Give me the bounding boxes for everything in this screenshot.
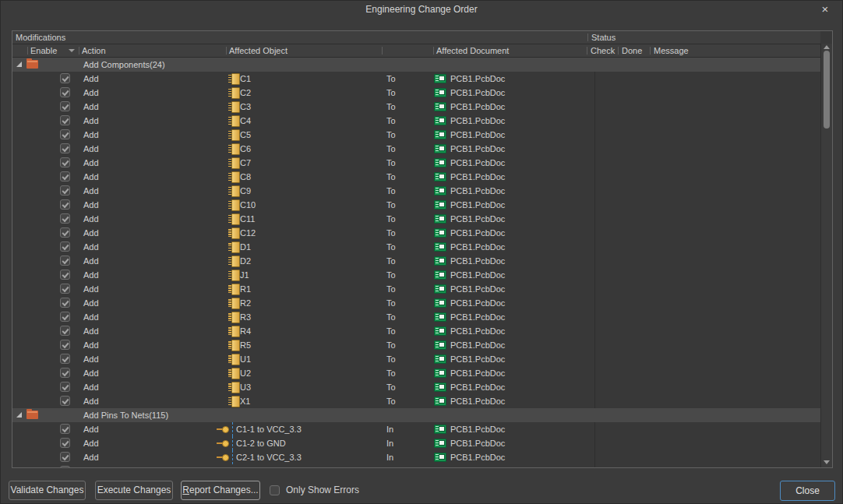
table-row[interactable]: Add C1 To PCB1.PcbDoc (12, 72, 820, 86)
only-show-errors-checkbox[interactable] (270, 485, 280, 495)
table-row[interactable]: Add R5 To PCB1.PcbDoc (12, 338, 820, 352)
table-row[interactable]: Add J1 To PCB1.PcbDoc (12, 268, 820, 282)
direction-cell: To (386, 142, 396, 156)
enable-filter-dropdown-icon[interactable] (69, 49, 75, 52)
column-header-enable[interactable]: Enable (30, 44, 57, 57)
enable-checkbox[interactable] (60, 438, 70, 448)
table-row[interactable]: Add C2-1 to VCC_3.3 In PCB1.PcbDoc (12, 450, 820, 464)
affected-document-cell: PCB1.PcbDoc (450, 450, 505, 464)
table-row[interactable]: Add C8 To PCB1.PcbDoc (12, 170, 820, 184)
enable-checkbox[interactable] (60, 368, 70, 378)
enable-checkbox[interactable] (60, 227, 70, 238)
component-icon (228, 213, 238, 224)
table-row[interactable]: Add D1 To PCB1.PcbDoc (12, 240, 820, 254)
enable-checkbox[interactable] (60, 382, 70, 392)
enable-checkbox[interactable] (60, 396, 70, 406)
expand-collapse-icon[interactable] (16, 62, 22, 67)
table-row[interactable]: Add D2 To PCB1.PcbDoc (12, 254, 820, 268)
table-row[interactable]: Add R2 To PCB1.PcbDoc (12, 296, 820, 310)
scroll-down-icon[interactable] (824, 460, 830, 464)
affected-object-cell: X1 (240, 394, 250, 408)
column-header-done[interactable]: Done (622, 44, 642, 57)
column-header-check[interactable]: Check (591, 44, 615, 57)
affected-document-cell: PCB1.PcbDoc (450, 142, 505, 156)
validate-changes-button[interactable]: Validate Changes (9, 481, 86, 500)
scroll-up-icon[interactable] (824, 45, 830, 49)
table-row[interactable]: Add C2 To PCB1.PcbDoc (12, 86, 820, 100)
table-row[interactable]: Add C3 To PCB1.PcbDoc (12, 100, 820, 114)
enable-checkbox[interactable] (60, 213, 70, 224)
table-row[interactable]: Add U3 To PCB1.PcbDoc (12, 380, 820, 394)
component-icon (228, 143, 238, 153)
table-row[interactable]: Add C6 To PCB1.PcbDoc (12, 142, 820, 156)
column-header-affected-object[interactable]: Affected Object (229, 44, 287, 57)
enable-checkbox[interactable] (60, 241, 70, 252)
table-row[interactable]: Add C7 To PCB1.PcbDoc (12, 156, 820, 170)
group-row[interactable]: Add Components(24) (12, 58, 820, 72)
enable-checkbox[interactable] (60, 284, 70, 294)
action-cell: Add (83, 324, 99, 338)
vertical-scrollbar[interactable] (820, 44, 832, 467)
component-icon (228, 354, 238, 364)
enable-checkbox[interactable] (60, 298, 70, 308)
column-header-message[interactable]: Message (654, 44, 689, 57)
partial-row[interactable] (12, 464, 820, 467)
enable-checkbox[interactable] (60, 101, 70, 111)
table-row[interactable]: Add C1-1 to VCC_3.3 In PCB1.PcbDoc (12, 422, 820, 436)
affected-object-cell: C1 (240, 72, 251, 86)
close-icon[interactable]: × (817, 2, 833, 17)
enable-checkbox[interactable] (60, 129, 70, 139)
scrollbar-thumb[interactable] (824, 51, 830, 129)
enable-checkbox[interactable] (60, 312, 70, 322)
table-row[interactable]: Add R4 To PCB1.PcbDoc (12, 324, 820, 338)
table-row[interactable]: Add C9 To PCB1.PcbDoc (12, 184, 820, 198)
table-row[interactable]: Add C4 To PCB1.PcbDoc (12, 114, 820, 128)
enable-checkbox[interactable] (60, 87, 70, 97)
table-row[interactable]: Add C5 To PCB1.PcbDoc (12, 128, 820, 142)
enable-checkbox[interactable] (60, 424, 70, 434)
enable-checkbox[interactable] (60, 466, 70, 467)
close-button[interactable]: Close (780, 481, 835, 501)
enable-checkbox[interactable] (60, 354, 70, 364)
report-changes-button[interactable]: Report Changes... (181, 481, 260, 500)
enable-checkbox[interactable] (60, 256, 70, 266)
table-row[interactable]: Add U1 To PCB1.PcbDoc (12, 352, 820, 366)
affected-document-cell: PCB1.PcbDoc (450, 338, 505, 352)
column-header-affected-document[interactable]: Affected Document (436, 44, 509, 57)
table-row[interactable]: Add R1 To PCB1.PcbDoc (12, 282, 820, 296)
enable-checkbox[interactable] (60, 326, 70, 336)
affected-object-cell: C10 (240, 198, 256, 212)
pcbdoc-icon (434, 326, 446, 336)
component-icon (228, 87, 238, 97)
table-row[interactable]: Add R3 To PCB1.PcbDoc (12, 310, 820, 324)
band-header-row: Modifications Status (12, 31, 820, 44)
table-row[interactable]: Add X1 To PCB1.PcbDoc (12, 394, 820, 408)
table-row[interactable]: Add C11 To PCB1.PcbDoc (12, 212, 820, 226)
enable-checkbox[interactable] (60, 199, 70, 210)
affected-document-cell: PCB1.PcbDoc (450, 198, 505, 212)
execute-changes-button[interactable]: Execute Changes (95, 481, 173, 500)
table-row[interactable]: Add C10 To PCB1.PcbDoc (12, 198, 820, 212)
group-row[interactable]: Add Pins To Nets(115) (12, 408, 820, 422)
enable-checkbox[interactable] (60, 157, 70, 167)
enable-checkbox[interactable] (60, 270, 70, 280)
table-row[interactable]: Add C1-2 to GND In PCB1.PcbDoc (12, 436, 820, 450)
enable-checkbox[interactable] (60, 452, 70, 462)
enable-checkbox[interactable] (60, 115, 70, 125)
enable-checkbox[interactable] (60, 171, 70, 182)
affected-object-cell: U3 (240, 380, 251, 394)
enable-checkbox[interactable] (60, 340, 70, 350)
enable-checkbox[interactable] (60, 185, 70, 196)
affected-document-cell: PCB1.PcbDoc (450, 170, 505, 184)
titlebar[interactable]: Engineering Change Order × (1, 1, 842, 19)
pcbdoc-icon (434, 453, 446, 462)
table-row[interactable]: Add C12 To PCB1.PcbDoc (12, 226, 820, 240)
pin-icon (217, 439, 231, 448)
pcbdoc-icon (434, 397, 446, 406)
enable-checkbox[interactable] (60, 73, 70, 83)
action-cell: Add (83, 422, 99, 436)
enable-checkbox[interactable] (60, 143, 70, 153)
expand-collapse-icon[interactable] (16, 412, 22, 418)
column-header-action[interactable]: Action (82, 44, 106, 57)
table-row[interactable]: Add U2 To PCB1.PcbDoc (12, 366, 820, 380)
